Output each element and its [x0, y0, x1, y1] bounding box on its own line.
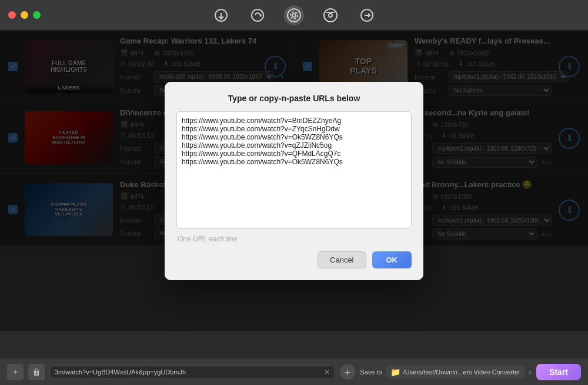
- cancel-button[interactable]: Cancel: [318, 251, 366, 268]
- url-text: 3m/watch?v=UgBD4WxsUAk&pp=ygUDbmJh: [55, 369, 186, 376]
- bluray-nav-button[interactable]: [320, 5, 340, 25]
- save-path-text: /Users/test/Downlo...em Video Converter: [403, 369, 520, 376]
- url-placeholder: One URL each line: [176, 235, 412, 243]
- dvd-nav-button[interactable]: [284, 5, 304, 25]
- save-path[interactable]: 📁 /Users/test/Downlo...em Video Converte…: [386, 366, 525, 379]
- url-bar: 3m/watch?v=UgBD4WxsUAk&pp=ygUDbmJh ✕: [49, 365, 335, 379]
- convert-nav-button[interactable]: [248, 5, 268, 25]
- close-button[interactable]: [8, 11, 16, 19]
- url-clear-icon[interactable]: ✕: [324, 368, 330, 376]
- url-paste-modal: Type or copy-n-paste URLs below One URL …: [165, 82, 423, 280]
- svg-point-4: [290, 12, 298, 19]
- start-button[interactable]: Start: [536, 364, 581, 380]
- minimize-button[interactable]: [21, 11, 28, 19]
- download-nav-button[interactable]: [211, 5, 231, 25]
- add-download-button[interactable]: ＋: [7, 364, 24, 380]
- share-nav-button[interactable]: [357, 5, 377, 25]
- url-add-button[interactable]: ＋: [340, 364, 355, 380]
- delete-button[interactable]: 🗑: [28, 364, 45, 380]
- nav-icons: [211, 5, 377, 25]
- modal-overlay: Type or copy-n-paste URLs below One URL …: [0, 31, 588, 331]
- save-arrow-icon: ›: [529, 367, 532, 377]
- save-to-section: Save to 📁 /Users/test/Downlo...em Video …: [360, 366, 532, 379]
- svg-point-3: [292, 14, 296, 17]
- maximize-button[interactable]: [33, 11, 41, 19]
- main-content: FULL GAMEHIGHLIGHTS LAKERS Game Recap: W…: [0, 31, 588, 358]
- url-textarea[interactable]: [176, 111, 412, 229]
- save-to-label: Save to: [360, 369, 382, 376]
- svg-point-5: [324, 9, 337, 22]
- title-bar: [0, 0, 588, 31]
- bottom-bar: ＋ 🗑 3m/watch?v=UgBD4WxsUAk&pp=ygUDbmJh ✕…: [0, 358, 588, 385]
- svg-point-6: [329, 14, 332, 17]
- svg-point-2: [288, 9, 300, 22]
- modal-title: Type or copy-n-paste URLs below: [176, 94, 412, 103]
- traffic-lights: [8, 11, 41, 19]
- modal-actions: Cancel OK: [176, 251, 412, 268]
- ok-button[interactable]: OK: [372, 251, 412, 268]
